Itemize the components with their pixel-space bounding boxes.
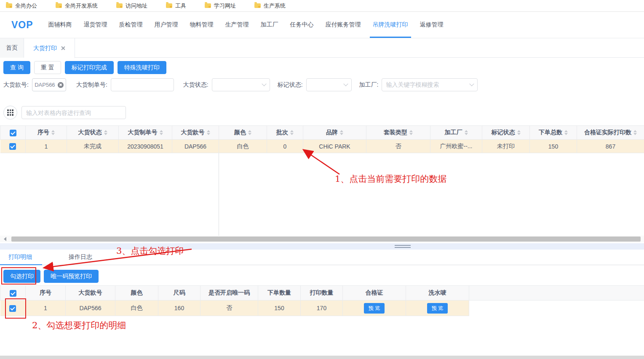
tab-home[interactable]: 首页: [0, 38, 24, 58]
sort-carets-icon: [160, 130, 163, 135]
col-cert-print-count[interactable]: 合格证实际打印数: [577, 126, 644, 140]
col-print-qty: 打印数量: [301, 286, 343, 300]
tab-bulk-print[interactable]: 大货打印: [24, 38, 75, 58]
bookmark-label: 学习网址: [214, 2, 236, 10]
certificate-preview-button[interactable]: 预 览: [364, 303, 385, 314]
reset-button[interactable]: 重 置: [34, 61, 61, 74]
nav-item-quality[interactable]: 质检管理: [116, 12, 146, 38]
select-all-checkbox[interactable]: [10, 290, 16, 297]
nav-item-task-center[interactable]: 任务中心: [287, 12, 317, 38]
tab-operation-log[interactable]: 操作日志: [69, 250, 92, 264]
cell-certificate: 预 览: [343, 300, 406, 316]
row-checkbox[interactable]: [9, 305, 16, 312]
wash-label-preview-button[interactable]: 预 览: [427, 303, 448, 314]
chevron-down-icon: [343, 81, 348, 86]
detail-panel-tabs: 打印明细 操作日志: [0, 250, 644, 265]
select-all-checkbox[interactable]: [10, 130, 16, 136]
fixed-column-divider: [219, 153, 219, 236]
scroll-left-button[interactable]: [1, 236, 9, 242]
triangle-left-icon: [4, 237, 6, 241]
column-settings-button[interactable]: [3, 106, 17, 120]
factory-select[interactable]: 输入关键字模糊搜索: [382, 78, 478, 91]
horizontal-scrollbar[interactable]: [0, 236, 644, 242]
nav-item-materials[interactable]: 物料管理: [187, 12, 216, 38]
vop-logo[interactable]: VOP: [11, 19, 33, 31]
cell-style-no: DAP566: [172, 140, 219, 153]
scrollbar-thumb[interactable]: [11, 237, 641, 242]
unique-code-preview-print-button[interactable]: 唯一码预览打印: [44, 270, 99, 283]
style-no-field[interactable]: DAP566: [32, 78, 66, 91]
col-factory[interactable]: 加工厂: [430, 126, 482, 140]
col-color[interactable]: 颜色: [219, 126, 267, 140]
sort-carets-icon: [633, 130, 637, 135]
table-row[interactable]: 1 未完成 20230908051 DAP566 白色 0 CHiC PARK …: [0, 140, 644, 153]
bookmark-quanshang-dev[interactable]: 全尚开发系统: [56, 2, 98, 10]
nav-item-repair[interactable]: 返修管理: [417, 12, 446, 38]
cell-seq: 1: [26, 140, 67, 153]
col-style-no[interactable]: 大货款号: [172, 126, 219, 140]
col-size: 尺码: [158, 286, 200, 300]
col-order-no[interactable]: 大货制单号: [119, 126, 172, 140]
main-table-header: 序号 大货状态 大货制单号 大货款号 颜色 批次 品牌 套装类型 加工厂 标记状…: [0, 126, 644, 140]
nav-item-fabric-supplier[interactable]: 面辅料商: [45, 12, 75, 38]
table-search-input[interactable]: [21, 106, 126, 119]
tab-print-detail[interactable]: 打印明细: [8, 250, 32, 264]
cell-order-qty: 150: [258, 300, 301, 316]
close-icon[interactable]: [61, 46, 65, 51]
col-brand[interactable]: 品牌: [303, 126, 366, 140]
panel-splitter[interactable]: [0, 243, 644, 250]
bookmark-quanshang-office[interactable]: 全尚办公: [6, 2, 37, 10]
folder-icon: [6, 3, 12, 8]
nav-item-tag-label-print[interactable]: 吊牌洗唛打印: [370, 12, 411, 38]
annotation-step1: 1、点击当前需要打印的数据: [335, 173, 446, 185]
checked-print-button[interactable]: 勾选打印: [3, 270, 40, 283]
goods-status-select[interactable]: [212, 78, 270, 91]
sort-carets-icon: [409, 130, 413, 135]
cell-seq: 1: [26, 300, 66, 316]
col-suit-type[interactable]: 套装类型: [366, 126, 430, 140]
col-mark-status[interactable]: 标记状态: [482, 126, 530, 140]
sort-carets-icon: [104, 130, 107, 135]
select-all-cell: [0, 286, 26, 300]
toolbar: 查 询 重 置 标记打印完成 特殊洗唛打印: [3, 61, 166, 74]
mark-print-done-button[interactable]: 标记打印完成: [65, 61, 114, 74]
query-button[interactable]: 查 询: [3, 61, 30, 74]
col-goods-status[interactable]: 大货状态: [67, 126, 119, 140]
browser-bookmarks-bar: 全尚办公 全尚开发系统 访问地址 工具 学习网址 生产系统: [0, 0, 644, 12]
detail-table: 序号 大货款号 颜色 尺码 是否开启唯一码 下单数量 打印数量 合格证 洗水唛 …: [0, 285, 644, 316]
bookmark-production[interactable]: 生产系统: [254, 2, 286, 10]
nav-item-users[interactable]: 用户管理: [152, 12, 181, 38]
mark-status-label: 标记状态:: [278, 81, 303, 89]
special-label-print-button[interactable]: 特殊洗唛打印: [118, 61, 166, 74]
nav-item-returns[interactable]: 退货管理: [81, 12, 110, 38]
tag-close-icon[interactable]: [58, 82, 64, 88]
col-seq[interactable]: 序号: [26, 126, 67, 140]
bookmark-visit-address[interactable]: 访问地址: [116, 2, 147, 10]
factory-label: 加工厂:: [359, 81, 379, 89]
mark-status-select[interactable]: [306, 78, 352, 91]
sort-carets-icon: [207, 130, 210, 135]
cell-batch: 0: [267, 140, 303, 153]
col-order-qty: 下单数量: [258, 286, 301, 300]
bookmark-label: 全尚办公: [15, 2, 37, 10]
splitter-handle-icon[interactable]: [395, 245, 411, 248]
sort-carets-icon: [564, 130, 568, 135]
bookmark-tools[interactable]: 工具: [166, 2, 186, 10]
detail-table-header: 序号 大货款号 颜色 尺码 是否开启唯一码 下单数量 打印数量 合格证 洗水唛: [0, 286, 644, 300]
col-filler: [469, 286, 644, 300]
bookmark-label: 生产系统: [264, 2, 286, 10]
detail-table-row[interactable]: 1 DAP566 白色 160 否 150 170 预 览 预 览: [0, 300, 644, 316]
nav-item-factory[interactable]: 加工厂: [258, 12, 281, 38]
row-checkbox[interactable]: [9, 143, 16, 150]
cell-factory: 广州欧蜜--...: [430, 140, 482, 153]
order-no-input[interactable]: [111, 78, 174, 91]
col-batch[interactable]: 批次: [267, 126, 303, 140]
grid-icon: [7, 109, 13, 115]
col-order-total[interactable]: 下单总数: [530, 126, 577, 140]
nav-item-payable[interactable]: 应付账务管理: [323, 12, 364, 38]
chevron-down-icon: [470, 81, 474, 86]
cell-order-no: 20230908051: [119, 140, 172, 153]
cell-wash-label: 预 览: [406, 300, 469, 316]
nav-item-production[interactable]: 生产管理: [222, 12, 252, 38]
bookmark-study[interactable]: 学习网址: [205, 2, 236, 10]
